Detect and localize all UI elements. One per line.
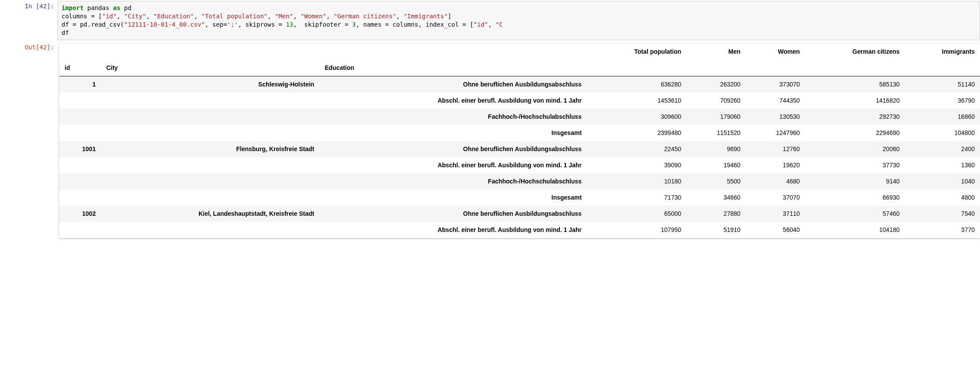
kw-as: as: [113, 4, 120, 11]
cell-value: 1247960: [746, 125, 805, 141]
input-prompt: In [42]:: [0, 1, 58, 40]
dataframe-table: Total population Men Women German citize…: [59, 44, 980, 238]
table-row: Insgesamt717303466037070669304800: [59, 190, 980, 206]
cell-value: 4680: [746, 173, 805, 190]
row-education: Ohne beruflichen Ausbildungsabschluss: [319, 141, 587, 157]
cell-value: 51910: [686, 222, 746, 238]
row-id: [59, 125, 101, 141]
cell-value: 107950: [587, 222, 686, 238]
output-cell: Out[42]: Total population Men Women Germ…: [0, 41, 980, 240]
cell-value: 56040: [746, 222, 805, 238]
cell-value: 2294690: [805, 125, 905, 141]
col-men: Men: [686, 44, 746, 60]
code-input[interactable]: import pandas as pd columns = ["id", "Ci…: [58, 1, 980, 40]
row-education: Abschl. einer berufl. Ausbildung von min…: [319, 93, 587, 109]
col-german-citizens: German citizens: [805, 44, 905, 60]
col-blank-id: [59, 44, 101, 60]
col-blank-city: [101, 44, 319, 60]
idx-id: id: [59, 60, 101, 76]
cell-value: 19620: [746, 157, 805, 173]
cell-value: 5500: [686, 173, 746, 190]
cell-value: 22450: [587, 141, 686, 157]
table-row: 1001Flensburg, Kreisfreie StadtOhne beru…: [59, 141, 980, 157]
row-id: 1001: [59, 141, 101, 157]
row-education: Ohne beruflichen Ausbildungsabschluss: [319, 76, 587, 93]
cell-value: 585130: [805, 76, 905, 93]
row-city: [101, 173, 319, 190]
cell-value: 309600: [587, 109, 686, 125]
cell-value: 7540: [905, 206, 980, 222]
cell-value: 57460: [805, 206, 905, 222]
row-city: [101, 93, 319, 109]
row-education: Abschl. einer berufl. Ausbildung von min…: [319, 222, 587, 238]
cell-value: 1453610: [587, 93, 686, 109]
col-women: Women: [746, 44, 805, 60]
cell-value: 9690: [686, 141, 746, 157]
cell-value: 636280: [587, 76, 686, 93]
row-education: Insgesamt: [319, 190, 587, 206]
col-blank-edu: [319, 44, 587, 60]
cell-value: 2399480: [587, 125, 686, 141]
idx-education: Education: [319, 60, 587, 76]
row-city: [101, 125, 319, 141]
cell-value: 34660: [686, 190, 746, 206]
cell-value: 1040: [905, 173, 980, 190]
row-city: [101, 190, 319, 206]
cell-value: 1360: [905, 157, 980, 173]
table-body: 1Schleswig-HolsteinOhne beruflichen Ausb…: [59, 76, 980, 238]
table-row: Abschl. einer berufl. Ausbildung von min…: [59, 222, 980, 238]
output-area: Total population Men Women German citize…: [58, 42, 980, 239]
cell-value: 27880: [686, 206, 746, 222]
cell-value: 130530: [746, 109, 805, 125]
row-id: 1002: [59, 206, 101, 222]
cell-value: 16860: [905, 109, 980, 125]
cell-value: 1151520: [686, 125, 746, 141]
row-id: [59, 173, 101, 190]
cell-value: 71730: [587, 190, 686, 206]
row-city: [101, 109, 319, 125]
cell-value: 65000: [587, 206, 686, 222]
row-id: 1: [59, 76, 101, 93]
cell-value: 51140: [905, 76, 980, 93]
cell-value: 2400: [905, 141, 980, 157]
cell-value: 20060: [805, 141, 905, 157]
table-row: Abschl. einer berufl. Ausbildung von min…: [59, 157, 980, 173]
row-city: [101, 157, 319, 173]
cell-value: 39090: [587, 157, 686, 173]
table-row: Fachhoch-/Hochschulabschluss101805500468…: [59, 173, 980, 190]
row-id: [59, 157, 101, 173]
input-cell: In [42]: import pandas as pd columns = […: [0, 0, 980, 41]
row-id: [59, 93, 101, 109]
cell-value: 744350: [746, 93, 805, 109]
cell-value: 19460: [686, 157, 746, 173]
table-row: 1002Kiel, Landeshauptstadt, Kreisfreie S…: [59, 206, 980, 222]
row-education: Fachhoch-/Hochschulabschluss: [319, 173, 587, 190]
row-city: Schleswig-Holstein: [101, 76, 319, 93]
cell-value: 1416820: [805, 93, 905, 109]
output-prompt: Out[42]:: [0, 42, 58, 239]
cell-value: 36790: [905, 93, 980, 109]
cell-value: 66930: [805, 190, 905, 206]
cell-value: 263200: [686, 76, 746, 93]
cell-value: 37730: [805, 157, 905, 173]
cell-value: 292730: [805, 109, 905, 125]
cell-value: 9140: [805, 173, 905, 190]
col-immigrants: Immigrants: [905, 44, 980, 60]
row-education: Ohne beruflichen Ausbildungsabschluss: [319, 206, 587, 222]
table-row: Insgesamt2399480115152012479602294690104…: [59, 125, 980, 141]
cell-value: 104800: [905, 125, 980, 141]
row-education: Abschl. einer berufl. Ausbildung von min…: [319, 157, 587, 173]
cell-value: 179060: [686, 109, 746, 125]
cell-value: 709260: [686, 93, 746, 109]
cell-value: 3770: [905, 222, 980, 238]
row-city: Flensburg, Kreisfreie Stadt: [101, 141, 319, 157]
row-id: [59, 109, 101, 125]
row-education: Fachhoch-/Hochschulabschluss: [319, 109, 587, 125]
kw-import: import: [62, 4, 84, 11]
cell-value: 37110: [746, 206, 805, 222]
row-id: [59, 222, 101, 238]
cell-value: 104180: [805, 222, 905, 238]
cell-value: 10180: [587, 173, 686, 190]
table-row: Abschl. einer berufl. Ausbildung von min…: [59, 93, 980, 109]
table-row: 1Schleswig-HolsteinOhne beruflichen Ausb…: [59, 76, 980, 93]
